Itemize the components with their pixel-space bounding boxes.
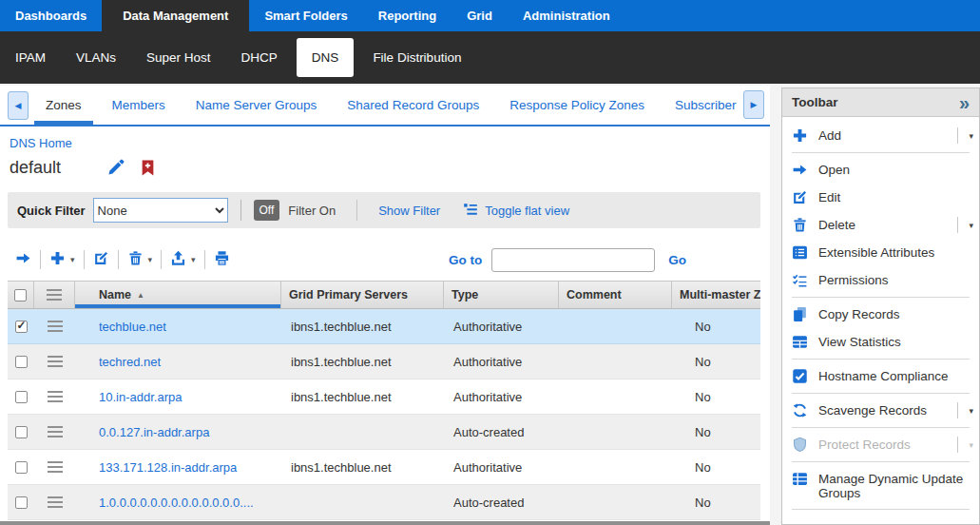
zone-name-link[interactable]: 1.0.0.0.0.0.0.0.0.0.0.0.0.0.... xyxy=(75,496,281,510)
toolbar-item-copy-records[interactable]: Copy Records xyxy=(782,301,979,328)
row-menu-icon[interactable] xyxy=(48,321,63,332)
trash-icon xyxy=(792,217,809,233)
nav-item-smart-folders[interactable]: Smart Folders xyxy=(249,0,362,31)
filter-toggle-off-badge[interactable]: Off xyxy=(254,200,280,221)
zone-name-link[interactable]: 0.0.127.in-addr.arpa xyxy=(75,425,281,439)
collapse-panel-icon[interactable]: » xyxy=(959,93,970,112)
table-row[interactable]: 0.0.127.in-addr.arpaAuto-createdNo xyxy=(8,415,760,450)
toolbar-item-dropdown-caret-icon[interactable]: ▾ xyxy=(957,217,973,233)
toolbar-item-permissions[interactable]: Permissions xyxy=(782,266,979,294)
edit-title-icon[interactable] xyxy=(106,158,125,177)
table-row[interactable]: techred.netibns1.techblue.netAuthoritati… xyxy=(8,344,760,379)
tab-members[interactable]: Members xyxy=(99,86,179,125)
toggle-flat-view-group[interactable]: Toggle flat view xyxy=(463,202,569,220)
column-header-name[interactable]: Name▲ xyxy=(75,282,281,308)
tab-name-server-groups[interactable]: Name Server Groups xyxy=(183,86,331,125)
table-row[interactable]: techblue.netibns1.techblue.netAuthoritat… xyxy=(8,309,760,344)
bookmark-add-icon[interactable] xyxy=(141,160,155,176)
subnav-item-ipam[interactable]: IPAM xyxy=(0,50,61,65)
row-checkbox[interactable] xyxy=(15,391,28,403)
toolbar-item-add[interactable]: Add▾ xyxy=(782,122,979,149)
row-menu-icon[interactable] xyxy=(48,496,63,508)
zone-name-link[interactable]: techred.net xyxy=(75,355,281,369)
row-checkbox[interactable] xyxy=(15,461,28,474)
add-dropdown-caret-icon[interactable]: ▾ xyxy=(70,255,75,264)
column-header-type[interactable]: Type xyxy=(444,282,559,308)
row-menu-icon[interactable] xyxy=(48,426,63,438)
subnav-item-dhcp[interactable]: DHCP xyxy=(226,50,293,65)
toolbar-item-extensible-attributes[interactable]: Extensible Attributes xyxy=(782,239,979,266)
nav-item-grid[interactable]: Grid xyxy=(452,0,508,31)
tab-scroll-right-button[interactable]: ▶ xyxy=(743,90,764,119)
add-icon xyxy=(49,250,66,269)
toolbar-item-dropdown-caret-icon: ▾ xyxy=(957,437,973,453)
nav-item-dashboards[interactable]: Dashboards xyxy=(0,0,102,31)
toolbar-item-edit[interactable]: Edit xyxy=(782,184,979,211)
row-checkbox[interactable] xyxy=(15,356,28,368)
subnav-item-super-host[interactable]: Super Host xyxy=(131,50,226,65)
shield-icon xyxy=(792,437,809,453)
select-all-checkbox[interactable] xyxy=(14,289,27,301)
type-cell: Authoritative xyxy=(444,460,559,475)
quick-filter-select[interactable]: None xyxy=(93,198,228,223)
open-button[interactable] xyxy=(15,250,31,269)
column-header-comment[interactable]: Comment xyxy=(559,282,672,308)
tab-shared-record-groups[interactable]: Shared Record Groups xyxy=(334,86,492,125)
add-button[interactable]: ▾ xyxy=(49,250,75,269)
toolbar-header: Toolbar » xyxy=(782,88,979,117)
export-dropdown-caret-icon[interactable]: ▾ xyxy=(191,255,196,264)
toolbar-item-dropdown-caret-icon[interactable]: ▾ xyxy=(957,127,973,144)
arrow-right-icon xyxy=(792,162,809,178)
toolbar-item-open[interactable]: Open xyxy=(782,156,979,184)
tab-scroll-left-button[interactable]: ◀ xyxy=(8,91,29,120)
table-row[interactable]: 10.in-addr.arpaibns1.techblue.netAuthori… xyxy=(8,379,760,415)
toolbar-item-scavenge-records[interactable]: Scavenge Records▾ xyxy=(782,397,979,424)
tab-zones[interactable]: Zones xyxy=(32,86,95,125)
toggle-flat-view-link[interactable]: Toggle flat view xyxy=(485,204,569,218)
print-button[interactable] xyxy=(214,250,230,269)
zones-table: Name▲Grid Primary ServersTypeCommentMult… xyxy=(8,281,760,520)
row-menu-icon[interactable] xyxy=(47,289,62,301)
table-row[interactable]: 133.171.128.in-addr.arpaibns1.techblue.n… xyxy=(8,450,760,485)
row-menu-icon[interactable] xyxy=(48,391,63,402)
row-checkbox[interactable] xyxy=(15,496,28,509)
toolbar-item-delete[interactable]: Delete▾ xyxy=(782,211,979,239)
show-filter-link[interactable]: Show Filter xyxy=(378,204,440,218)
delete-button[interactable]: ▾ xyxy=(127,250,153,269)
delete-dropdown-caret-icon[interactable]: ▾ xyxy=(148,255,153,264)
tab-response-policy-zones[interactable]: Response Policy Zones xyxy=(496,86,658,125)
subnav-item-dns[interactable]: DNS xyxy=(297,38,355,77)
tab-subscriber-s[interactable]: Subscriber S xyxy=(662,86,738,125)
row-checkbox[interactable] xyxy=(15,426,28,438)
goto-input[interactable] xyxy=(491,248,655,272)
nav-item-reporting[interactable]: Reporting xyxy=(363,0,452,31)
toolbar-item-dropdown-caret-icon[interactable]: ▾ xyxy=(957,402,973,418)
column-header-grid-primary-servers[interactable]: Grid Primary Servers xyxy=(281,282,444,308)
row-select-cell xyxy=(8,391,34,403)
toolbar-item-manage-dynamic-update-groups[interactable]: Manage Dynamic Update Groups xyxy=(782,465,979,506)
delete-icon xyxy=(127,250,144,269)
zone-name-link[interactable]: 133.171.128.in-addr.arpa xyxy=(75,460,281,475)
action-bar: ▾▾▾ Go to Go xyxy=(8,243,760,276)
zone-name-link[interactable]: 10.in-addr.arpa xyxy=(75,390,281,404)
divider xyxy=(792,359,970,360)
zone-name-link[interactable]: techblue.net xyxy=(75,320,281,334)
subnav-item-vlans[interactable]: VLANs xyxy=(61,50,131,65)
column-header-multi-master-zo[interactable]: Multi-master Zo xyxy=(672,282,760,308)
table-row[interactable]: 1.0.0.0.0.0.0.0.0.0.0.0.0.0....Auto-crea… xyxy=(8,485,760,520)
row-select-cell xyxy=(8,461,34,474)
nav-item-data-management[interactable]: Data Management xyxy=(102,0,249,31)
table-header-row: Name▲Grid Primary ServersTypeCommentMult… xyxy=(8,281,760,309)
goto-button[interactable]: Go xyxy=(668,253,686,267)
toolbar-item-view-statistics[interactable]: View Statistics xyxy=(782,328,979,356)
subnav-item-file-distribution[interactable]: File Distribution xyxy=(357,50,476,65)
edit-button[interactable] xyxy=(93,250,109,269)
horizontal-scrollbar[interactable] xyxy=(0,521,770,525)
export-button[interactable]: ▾ xyxy=(170,250,196,269)
row-menu-icon[interactable] xyxy=(48,356,63,367)
row-checkbox[interactable] xyxy=(15,321,28,333)
breadcrumb-dns-home[interactable]: DNS Home xyxy=(10,136,76,150)
row-menu-icon[interactable] xyxy=(48,461,63,473)
nav-item-administration[interactable]: Administration xyxy=(508,0,625,31)
toolbar-item-hostname-compliance[interactable]: Hostname Compliance xyxy=(782,362,979,390)
